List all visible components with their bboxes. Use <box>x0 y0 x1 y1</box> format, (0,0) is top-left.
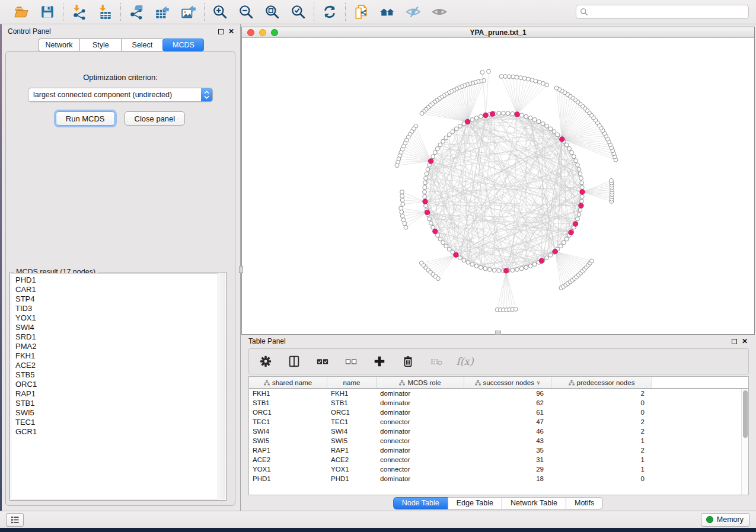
export-table-button[interactable] <box>154 4 171 20</box>
table-cell[interactable]: 31 <box>464 456 551 463</box>
table-cell[interactable]: ORC1 <box>249 409 327 416</box>
table-cell[interactable]: ORC1 <box>327 409 377 416</box>
result-list-item[interactable]: TEC1 <box>15 418 225 427</box>
save-session-button[interactable] <box>39 4 56 20</box>
tab-style[interactable]: Style <box>79 39 121 52</box>
table-cell[interactable]: 43 <box>464 437 551 444</box>
table-scrollbar-thumb[interactable] <box>743 390 748 438</box>
table-row[interactable]: YOX1YOX1connector291 <box>249 464 748 474</box>
table-row[interactable]: ORC1ORC1dominator610 <box>249 408 748 417</box>
export-network-button[interactable] <box>128 4 145 20</box>
result-list-item[interactable]: RAP1 <box>15 389 225 399</box>
table-row[interactable]: FKH1FKH1dominator962 <box>249 389 748 398</box>
table-settings-button[interactable] <box>257 353 274 370</box>
open-file-button[interactable] <box>13 4 30 20</box>
result-list-item[interactable]: SRD1 <box>15 332 225 342</box>
table-cell[interactable]: 0 <box>551 409 652 416</box>
table-cell[interactable]: ACE2 <box>327 456 377 463</box>
table-cell[interactable]: RAP1 <box>327 447 377 454</box>
table-cell[interactable]: 0 <box>551 475 652 482</box>
result-list-item[interactable]: ORC1 <box>15 380 225 389</box>
table-row[interactable]: STB1STB1dominator620 <box>249 398 748 408</box>
table-cell[interactable]: 96 <box>464 390 551 397</box>
table-cell[interactable]: PHD1 <box>249 475 327 482</box>
float-table-panel-icon[interactable] <box>732 339 737 344</box>
show-all-button[interactable] <box>431 4 448 20</box>
refresh-button[interactable] <box>321 4 338 20</box>
export-image-button[interactable] <box>180 4 197 20</box>
result-list-item[interactable]: TID3 <box>15 304 225 313</box>
zoom-out-button[interactable] <box>238 4 254 20</box>
vertical-splitter-handle[interactable] <box>239 266 243 273</box>
result-list-scrollbar[interactable] <box>218 273 225 499</box>
column-header-predecessor-nodes[interactable]: predecessor nodes <box>551 377 652 388</box>
table-cell[interactable]: 47 <box>464 418 551 425</box>
table-cell[interactable]: 18 <box>464 475 551 482</box>
table-cell[interactable]: 2 <box>551 447 652 454</box>
table-cell[interactable]: connector <box>377 418 464 425</box>
result-list-item[interactable]: PHD1 <box>15 275 225 285</box>
table-cell[interactable]: connector <box>377 456 464 463</box>
table-cell[interactable]: TEC1 <box>249 418 327 425</box>
result-list-item[interactable]: ACE2 <box>15 361 225 370</box>
table-cell[interactable]: 29 <box>464 466 551 473</box>
table-cell[interactable]: FKH1 <box>249 390 327 397</box>
table-cell[interactable]: 1 <box>551 466 652 473</box>
result-list-item[interactable]: GCR1 <box>15 427 225 437</box>
zoom-selected-button[interactable] <box>290 4 307 20</box>
network-titlebar[interactable]: YPA_prune.txt_1 <box>242 27 754 38</box>
table-cell[interactable]: 2 <box>551 418 652 425</box>
unselect-all-columns-button[interactable] <box>343 353 359 370</box>
table-row[interactable]: SWI4SWI4dominator462 <box>249 427 748 436</box>
zoom-fit-button[interactable] <box>264 4 280 20</box>
show-column-selector-button[interactable] <box>286 353 302 370</box>
table-row[interactable]: SWI5SWI5connector431 <box>249 436 748 446</box>
table-cell[interactable]: FKH1 <box>327 390 377 397</box>
close-panel-icon[interactable]: ✕ <box>228 28 234 35</box>
first-neighbors-button[interactable] <box>379 4 395 20</box>
result-list-item[interactable]: FKH1 <box>15 351 225 361</box>
import-network-button[interactable] <box>71 4 87 20</box>
duplicate-network-button[interactable] <box>353 4 369 20</box>
table-cell[interactable]: 46 <box>464 428 551 435</box>
tab-network[interactable]: Network <box>38 39 80 52</box>
close-panel-button[interactable]: Close panel <box>125 111 186 126</box>
tab-edge-table[interactable]: Edge Table <box>448 497 502 509</box>
table-row[interactable]: TEC1TEC1connector472 <box>249 417 748 427</box>
tab-mcds[interactable]: MCDS <box>162 39 204 52</box>
table-cell[interactable]: connector <box>377 437 464 444</box>
table-cell[interactable]: dominator <box>377 390 464 397</box>
table-cell[interactable]: connector <box>377 466 464 473</box>
table-cell[interactable]: dominator <box>377 399 464 406</box>
table-cell[interactable]: dominator <box>377 447 464 454</box>
table-cell[interactable]: SWI4 <box>249 428 327 435</box>
table-cell[interactable]: STB1 <box>249 399 327 406</box>
delete-column-button[interactable] <box>400 353 416 370</box>
table-cell[interactable]: 1 <box>551 456 652 463</box>
table-cell[interactable]: STB1 <box>327 399 377 406</box>
search-input[interactable] <box>591 8 745 16</box>
table-cell[interactable]: 2 <box>551 428 652 435</box>
table-cell[interactable]: ACE2 <box>249 456 327 463</box>
table-cell[interactable]: 61 <box>464 409 551 416</box>
column-header-name[interactable]: name <box>327 377 377 388</box>
table-cell[interactable]: 35 <box>464 447 551 454</box>
float-panel-icon[interactable] <box>218 29 224 34</box>
result-list-item[interactable]: STB1 <box>15 399 225 408</box>
result-list-item[interactable]: SWI4 <box>15 323 225 332</box>
table-cell[interactable]: 0 <box>551 399 652 406</box>
run-mcds-button[interactable]: Run MCDS <box>56 111 115 126</box>
result-list-item[interactable]: CAR1 <box>15 285 225 294</box>
table-cell[interactable]: SWI5 <box>327 437 377 444</box>
horizontal-splitter-handle[interactable] <box>495 331 501 335</box>
table-cell[interactable]: dominator <box>377 428 464 435</box>
criterion-select[interactable]: largest connected component (undirected) <box>28 88 213 102</box>
result-list-item[interactable]: STP4 <box>15 294 225 304</box>
table-cell[interactable]: YOX1 <box>249 466 327 473</box>
mcds-result-list[interactable]: PHD1CAR1STP4TID3YOX1SWI4SRD1PMA2FKH1ACE2… <box>11 273 225 499</box>
close-table-panel-icon[interactable]: ✕ <box>742 338 748 345</box>
table-cell[interactable]: 1 <box>551 437 652 444</box>
column-header-successor-nodes[interactable]: successor nodes∨ <box>464 377 551 388</box>
table-cell[interactable]: dominator <box>377 475 464 482</box>
table-cell[interactable]: 2 <box>551 390 652 397</box>
